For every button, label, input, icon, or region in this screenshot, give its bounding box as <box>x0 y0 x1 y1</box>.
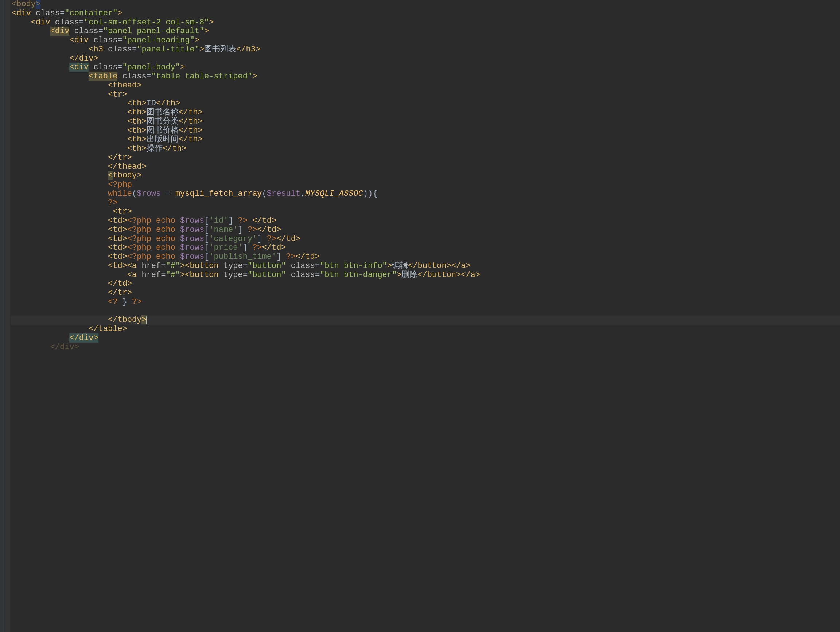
code-line[interactable]: <td><?php echo $rows['category'] ?></td> <box>11 235 840 244</box>
code-line[interactable]: <td><a href="#"><button type="button" cl… <box>11 262 840 271</box>
code-line[interactable]: </table> <box>11 325 840 334</box>
code-line[interactable]: </div> <box>11 343 840 352</box>
code-line[interactable]: </thead> <box>11 162 840 172</box>
code-line[interactable]: </tr> <box>11 153 840 162</box>
code-line[interactable]: <td><?php echo $rows['id'] ?> </td> <box>11 216 840 225</box>
code-line[interactable]: <td><?php echo $rows['publish_time'] ?><… <box>11 252 840 262</box>
code-line[interactable]: </td> <box>11 279 840 288</box>
code-line[interactable]: <a href="#"><button type="button" class=… <box>11 271 840 280</box>
code-line[interactable]: <thead> <box>11 81 840 90</box>
code-line[interactable]: <? } ?> <box>11 298 840 307</box>
code-line[interactable]: <th>图书分类</th> <box>11 117 840 126</box>
code-line[interactable]: <div class="panel panel-default"> <box>11 27 840 36</box>
code-line[interactable]: <tbody> <box>11 171 840 180</box>
code-line[interactable]: <h3 class="panel-title">图书列表</h3> <box>11 45 840 54</box>
code-line[interactable]: <th>操作</th> <box>11 144 840 153</box>
code-line[interactable]: <td><?php echo $rows['price'] ?></td> <box>11 243 840 252</box>
fold-guide <box>5 0 5 632</box>
code-line[interactable]: <th>ID</th> <box>11 99 840 108</box>
code-line[interactable]: <td><?php echo $rows['name'] ?></td> <box>11 225 840 235</box>
code-line[interactable]: </tr> <box>11 288 840 298</box>
code-line[interactable]: </div> <box>11 334 840 343</box>
code-line[interactable]: </div> <box>11 54 840 63</box>
code-line[interactable]: <th>出版时间</th> <box>11 135 840 144</box>
code-line[interactable]: <table class="table table-striped"> <box>11 72 840 81</box>
code-line[interactable]: </tbody> <box>11 316 840 325</box>
code-line[interactable]: <div class="panel-body"> <box>11 63 840 72</box>
code-line[interactable]: ?> <box>11 199 840 208</box>
code-line[interactable]: <tr> <box>11 90 840 99</box>
code-line[interactable]: <div class="panel-heading"> <box>11 36 840 45</box>
gutter <box>0 0 10 632</box>
code-line[interactable]: <div class="col-sm-offset-2 col-sm-8"> <box>11 18 840 27</box>
code-line[interactable] <box>11 307 840 316</box>
code-editor[interactable]: <body><div class="container"> <div class… <box>11 0 840 352</box>
code-line[interactable]: <?php <box>11 180 840 189</box>
code-line[interactable]: <div class="container"> <box>11 9 840 18</box>
code-line[interactable]: while($rows = mysqli_fetch_array($result… <box>11 189 840 199</box>
code-line[interactable]: <body> <box>11 0 840 9</box>
code-line[interactable]: <th>图书名称</th> <box>11 108 840 117</box>
code-line[interactable]: <th>图书价格</th> <box>11 126 840 136</box>
code-line[interactable]: <tr> <box>11 207 840 216</box>
